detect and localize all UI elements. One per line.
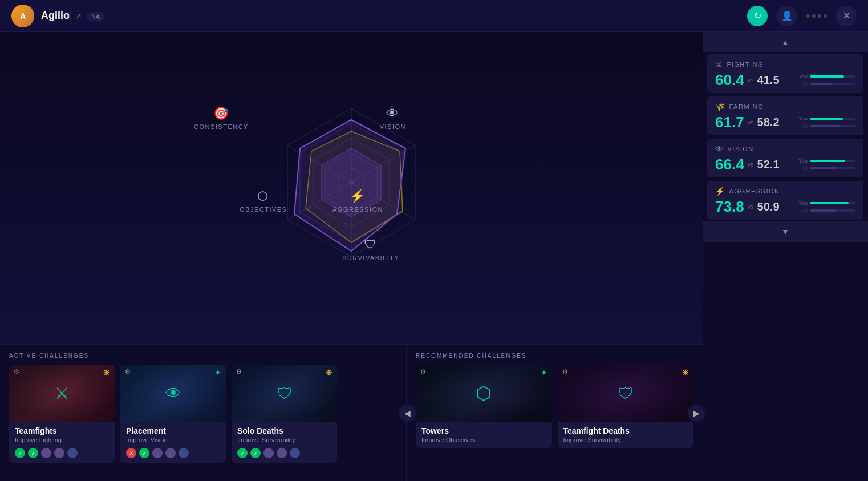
placement-name: Placement	[126, 426, 220, 435]
bottom-section: ACTIVE CHALLENGES	[0, 344, 703, 481]
scroll-up-button[interactable]: ▲	[703, 32, 868, 52]
aggression-your-score: 73.8	[715, 199, 744, 214]
fighting-header: ⚔ FIGHTING	[715, 60, 855, 69]
scroll-down-button[interactable]: ▼	[703, 221, 868, 242]
dot-1: ✓	[15, 448, 25, 458]
dot-2: ✓	[28, 448, 38, 458]
solo-dot-3	[263, 448, 274, 458]
fighting-enemy-score: 41.5	[757, 74, 780, 87]
teamfight-deaths-image: ⚙ ❋ 🛡	[558, 365, 694, 422]
challenge-card-teamfights[interactable]: ⚙ ❋ ⚔ Teamfights Improve Fighting ✓ ✓	[9, 365, 115, 463]
solo-deaths-bottom: Solo Deaths Improve Survivability ✓ ✓	[232, 422, 337, 463]
header-left: A Agilio ↗ NA	[11, 5, 104, 27]
vision-stat-icon: 👁	[715, 144, 724, 153]
consistency-icon: 🎯	[213, 106, 230, 121]
radar-chart	[209, 74, 494, 302]
placement-dot-3	[152, 448, 163, 458]
teamfight-deaths-bottom: Teamfight Deaths Improve Survivability	[558, 422, 694, 448]
towers-name: Towers	[421, 426, 546, 435]
farming-values: 61.7 vs 58.2 You ⬡	[715, 115, 855, 130]
header: A Agilio ↗ NA ↻ 👤 ✕	[0, 0, 868, 32]
challenge-cards: ⚙ ❋ ⚔ Teamfights Improve Fighting ✓ ✓	[9, 365, 397, 463]
profile-button[interactable]: 👤	[777, 6, 797, 26]
placement-dot-1: ✕	[126, 448, 136, 458]
solo-deaths-center-icon: 🛡	[277, 384, 293, 403]
teamfights-dots: ✓ ✓	[15, 448, 109, 458]
towers-sub: Improve Objectives	[421, 436, 546, 443]
username: Agilio	[41, 10, 70, 21]
vision-values: 66.4 vs 52.1 You ⬡	[715, 157, 855, 172]
active-challenges-panel: ACTIVE CHALLENGES	[0, 345, 406, 481]
placement-top-icons: ⚙ ✦	[125, 368, 221, 377]
solo-deaths-sub: Improve Survivability	[237, 436, 331, 443]
teamfight-deaths-name: Teamfight Deaths	[563, 426, 688, 435]
recommended-challenges-title: RECOMMENDED CHALLENGES	[416, 353, 693, 359]
settings-button[interactable]: ✕	[836, 6, 857, 26]
solo-dot-1: ✓	[237, 448, 248, 458]
placement-dot-2: ✓	[139, 448, 149, 458]
towers-image: ⚙ ✦ ⬡	[416, 365, 552, 422]
farming-vs: vs	[748, 119, 754, 126]
dot-3	[41, 448, 51, 458]
avatar: A	[11, 5, 34, 27]
solo-deaths-top-icons: ⚙ ❋	[236, 368, 332, 377]
label-objectives: ⬡ OBJECTIVES	[240, 189, 287, 213]
fighting-vs: vs	[748, 76, 754, 83]
aggression-stat-icon: ⚡	[715, 187, 726, 196]
aggression-icon: ⚡	[350, 189, 366, 204]
teamfights-bottom: Teamfights Improve Fighting ✓ ✓	[9, 422, 115, 463]
vision-vs: vs	[748, 161, 754, 168]
towers-bottom: Towers Improve Objectives	[416, 422, 552, 448]
placement-dot-5	[179, 448, 189, 458]
teamfights-name: Teamfights	[15, 426, 109, 435]
active-challenges-title: ACTIVE CHALLENGES	[9, 353, 397, 359]
placement-dot-4	[165, 448, 176, 458]
aggression-header: ⚡ AGGRESSION	[715, 187, 855, 196]
label-vision: 👁 VISION	[380, 106, 406, 130]
placement-bottom: Placement Improve Vision ✕ ✓	[120, 422, 226, 463]
rec-card-towers[interactable]: ⚙ ✦ ⬡ Towers Improve Objectives	[416, 365, 552, 448]
solo-dot-2: ✓	[250, 448, 261, 458]
solo-deaths-image: ⚙ ❋ 🛡	[232, 365, 337, 422]
stat-card-farming: 🌾 FARMING 61.7 vs 58.2 You ⬡	[707, 96, 863, 135]
farming-your-score: 61.7	[715, 115, 744, 130]
objectives-icon: ⬡	[257, 189, 269, 204]
svg-point-14	[349, 180, 354, 185]
stat-card-vision: 👁 VISION 66.4 vs 52.1 You ⬡	[707, 139, 863, 177]
teamfight-deaths-top-icons: ⚙ ❋	[562, 368, 689, 377]
scroll-right-button[interactable]: ▶	[688, 405, 705, 422]
recommended-cards: ⚙ ✦ ⬡ Towers Improve Objectives	[416, 365, 693, 448]
recommended-challenges-panel: RECOMMENDED CHALLENGES ◀	[406, 345, 703, 481]
teamfights-image: ⚙ ❋ ⚔	[9, 365, 115, 422]
teamfight-deaths-center-icon: 🛡	[618, 384, 634, 403]
main-container: 🎯 CONSISTENCY 👁 VISION ⬡ OBJECTIVES ⚡ AG…	[0, 32, 868, 481]
farming-enemy-score: 58.2	[757, 116, 780, 129]
rec-card-teamfight-deaths[interactable]: ⚙ ❋ 🛡 Teamfight Deaths Improve Survivabi…	[558, 365, 694, 448]
teamfights-top-icons: ⚙ ❋	[14, 368, 110, 377]
stat-card-aggression: ⚡ AGGRESSION 73.8 vs 50.9 You ⬡	[707, 181, 863, 220]
placement-sub: Improve Vision	[126, 436, 220, 443]
fighting-icon: ⚔	[715, 60, 724, 69]
aggression-vs: vs	[748, 203, 754, 210]
teamfights-center-icon: ⚔	[55, 384, 69, 403]
dot-5	[67, 448, 78, 458]
teamfights-sub: Improve Fighting	[15, 436, 109, 443]
challenge-card-solo-deaths[interactable]: ⚙ ❋ 🛡 Solo Deaths Improve Survivability …	[232, 365, 337, 463]
solo-deaths-name: Solo Deaths	[237, 426, 331, 435]
dot-4	[54, 448, 64, 458]
solo-dot-5	[290, 448, 300, 458]
farming-header: 🌾 FARMING	[715, 102, 855, 111]
scroll-left-button[interactable]: ◀	[399, 405, 416, 422]
placement-dots: ✕ ✓	[126, 448, 220, 458]
username-container: Agilio ↗ NA	[41, 10, 104, 22]
aggression-values: 73.8 vs 50.9 You ⬡	[715, 199, 855, 214]
refresh-button[interactable]: ↻	[747, 6, 768, 26]
challenge-card-placement[interactable]: ⚙ ✦ 👁 Placement Improve Vision ✕ ✓	[120, 365, 226, 463]
towers-top-icons: ⚙ ✦	[420, 368, 547, 377]
fighting-values: 60.4 vs 41.5 You ⬡	[715, 72, 855, 87]
placement-center-icon: 👁	[165, 384, 181, 403]
vision-your-score: 66.4	[715, 157, 744, 172]
stat-card-fighting: ⚔ FIGHTING 60.4 vs 41.5 You ⬡	[707, 54, 863, 93]
vision-enemy-score: 52.1	[757, 158, 780, 171]
solo-deaths-dots: ✓ ✓	[237, 448, 331, 458]
